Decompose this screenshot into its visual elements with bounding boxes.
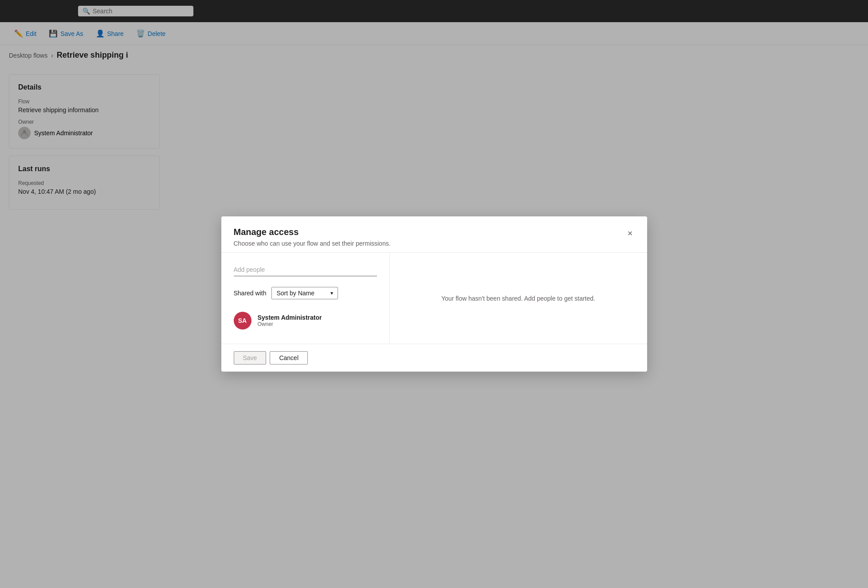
modal-right-panel: Your flow hasn't been shared. Add people…	[390, 253, 647, 344]
chevron-down-icon: ▾	[330, 290, 333, 296]
modal-cancel-button[interactable]: Cancel	[270, 351, 308, 365]
owner-display-name: System Administrator	[258, 314, 322, 321]
modal-header: Manage access Choose who can use your fl…	[221, 216, 647, 253]
sort-dropdown[interactable]: Sort by Name ▾	[271, 287, 338, 299]
owner-role-label: Owner	[258, 321, 322, 327]
modal-save-button[interactable]: Save	[234, 351, 267, 365]
modal-overlay: Manage access Choose who can use your fl…	[0, 0, 868, 588]
shared-with-label: Shared with	[234, 290, 267, 297]
modal-left-panel: Shared with Sort by Name ▾ SA System Adm…	[221, 253, 390, 344]
shared-with-row: Shared with Sort by Name ▾	[234, 287, 377, 299]
modal-close-button[interactable]: ×	[626, 227, 635, 239]
add-people-input[interactable]	[234, 263, 377, 276]
modal-title: Manage access	[234, 227, 391, 237]
owner-initials-badge: SA	[234, 312, 251, 329]
manage-access-modal: Manage access Choose who can use your fl…	[221, 216, 647, 372]
owner-info: System Administrator Owner	[258, 314, 322, 327]
modal-footer: Save Cancel	[221, 344, 647, 372]
sort-label: Sort by Name	[276, 290, 314, 297]
modal-body: Shared with Sort by Name ▾ SA System Adm…	[221, 253, 647, 344]
owner-entry: SA System Administrator Owner	[234, 308, 377, 333]
empty-shared-message: Your flow hasn't been shared. Add people…	[441, 295, 595, 302]
modal-subtitle: Choose who can use your flow and set the…	[234, 240, 391, 247]
